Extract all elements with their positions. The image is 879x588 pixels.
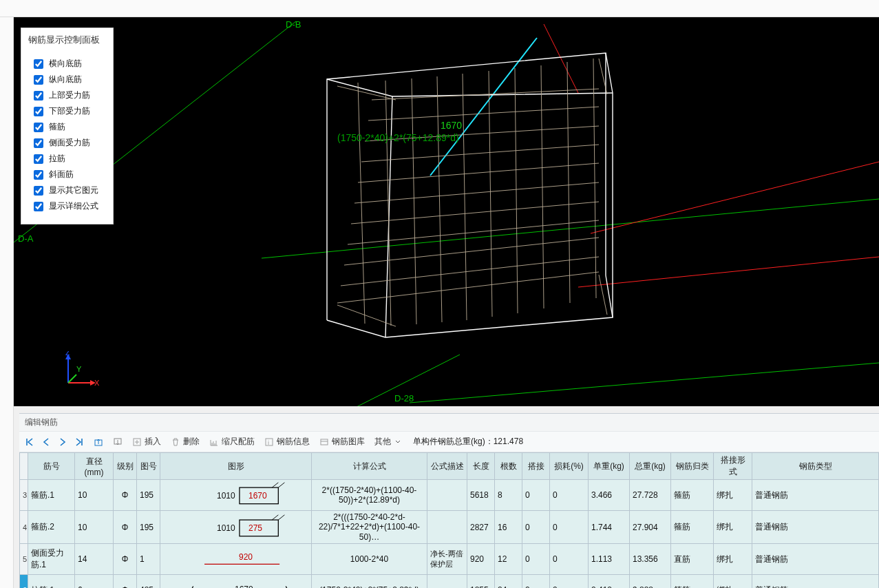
col-class[interactable]: 钢筋归类 bbox=[671, 453, 714, 480]
cell-splice[interactable]: 0 bbox=[522, 511, 550, 544]
display-option-0[interactable]: 横向底筋 bbox=[34, 56, 103, 72]
nav-last-icon[interactable] bbox=[74, 437, 84, 447]
cell-calc[interactable]: 2*((1750-2*40)+(1100-40-50))+2*(12.89*d) bbox=[312, 480, 427, 511]
cell-desc[interactable] bbox=[427, 480, 467, 511]
table-row[interactable]: 6 拉筋.1 6 Φ 485 1670 (1750-2*40)+2*(75+2.… bbox=[20, 575, 879, 588]
cell-uw[interactable]: 1.744 bbox=[589, 511, 630, 544]
table-row[interactable]: 5 侧面受力筋.1 14 Φ 1 920 1000-2*40 净长-两倍保护层 … bbox=[20, 544, 879, 575]
col-cnt[interactable]: 根数 bbox=[495, 453, 522, 480]
cell-dia[interactable]: 10 bbox=[75, 511, 114, 544]
nav-prev-icon[interactable] bbox=[41, 437, 51, 447]
display-option-3[interactable]: 下部受力筋 bbox=[34, 103, 103, 119]
display-checkbox[interactable] bbox=[34, 202, 43, 211]
cell-loss[interactable]: 0 bbox=[550, 544, 589, 575]
cell-len[interactable]: 920 bbox=[467, 544, 495, 575]
col-uw[interactable]: 单重(kg) bbox=[589, 453, 630, 480]
cell-picno[interactable]: 195 bbox=[137, 511, 160, 544]
cell-grade[interactable]: Φ bbox=[114, 511, 137, 544]
display-checkbox[interactable] bbox=[34, 186, 43, 196]
cell-picno[interactable]: 195 bbox=[137, 480, 160, 511]
cell-cnt[interactable]: 8 bbox=[495, 480, 522, 511]
cell-len[interactable]: 1855 bbox=[467, 575, 495, 588]
col-picno[interactable]: 图号 bbox=[137, 453, 160, 480]
display-checkbox[interactable] bbox=[34, 75, 43, 85]
cell-loss[interactable]: 0 bbox=[550, 575, 589, 588]
display-checkbox[interactable] bbox=[34, 91, 43, 101]
display-checkbox[interactable] bbox=[34, 123, 43, 132]
cell-num[interactable]: 侧面受力筋.1 bbox=[28, 544, 75, 575]
cell-shape[interactable]: 1010 275 bbox=[160, 511, 312, 544]
display-checkbox[interactable] bbox=[34, 107, 43, 116]
cell-class[interactable]: 箍筋 bbox=[671, 511, 714, 544]
display-checkbox[interactable] bbox=[34, 138, 43, 148]
other-dropdown[interactable]: 其他 bbox=[374, 436, 401, 448]
insert-button[interactable]: 插入 bbox=[132, 436, 161, 448]
cell-uw[interactable]: 3.466 bbox=[589, 480, 630, 511]
cell-len[interactable]: 5618 bbox=[467, 480, 495, 511]
display-option-9[interactable]: 显示详细公式 bbox=[34, 198, 103, 214]
cell-grade[interactable]: Φ bbox=[114, 480, 137, 511]
cell-shape[interactable]: 1010 1670 bbox=[160, 480, 312, 511]
col-dia[interactable]: 直径(mm) bbox=[75, 453, 114, 480]
3d-viewport[interactable]: D-B D-A D-28 4000 1670 (1750-2*40)+2*(75… bbox=[14, 17, 879, 406]
col-grade[interactable]: 级别 bbox=[114, 453, 137, 480]
cell-dia[interactable]: 14 bbox=[75, 544, 114, 575]
col-tw[interactable]: 总重(kg) bbox=[630, 453, 671, 480]
cell-desc[interactable] bbox=[427, 511, 467, 544]
cell-picno[interactable]: 485 bbox=[137, 575, 160, 588]
col-loss[interactable]: 损耗(%) bbox=[550, 453, 589, 480]
col-shape[interactable]: 图形 bbox=[160, 453, 312, 480]
display-option-2[interactable]: 上部受力筋 bbox=[34, 87, 103, 103]
cell-class[interactable]: 箍筋 bbox=[671, 480, 714, 511]
cell-splice[interactable]: 0 bbox=[522, 575, 550, 588]
cell-tw[interactable]: 9.888 bbox=[630, 575, 671, 588]
col-calc[interactable]: 计算公式 bbox=[312, 453, 427, 480]
cell-picno[interactable]: 1 bbox=[137, 544, 160, 575]
display-checkbox[interactable] bbox=[34, 59, 43, 69]
col-splice[interactable]: 搭接 bbox=[522, 453, 550, 480]
cell-class[interactable]: 直筋 bbox=[671, 544, 714, 575]
scale-button[interactable]: 缩尺配筋 bbox=[209, 436, 255, 448]
info-button[interactable]: i钢筋信息 bbox=[264, 436, 310, 448]
cell-type[interactable]: 普通钢筋 bbox=[752, 511, 879, 544]
cell-cnt[interactable]: 16 bbox=[495, 511, 522, 544]
rebar-display-control-panel[interactable]: 钢筋显示控制面板 横向底筋纵向底筋上部受力筋下部受力筋箍筋侧面受力筋拉筋斜面筋显… bbox=[21, 28, 114, 224]
display-option-6[interactable]: 拉筋 bbox=[34, 151, 103, 167]
col-desc[interactable]: 公式描述 bbox=[427, 453, 467, 480]
cell-uw[interactable]: 0.412 bbox=[589, 575, 630, 588]
display-option-8[interactable]: 显示其它图元 bbox=[34, 182, 103, 198]
nav-next-icon[interactable] bbox=[58, 437, 67, 447]
cell-desc[interactable]: 净长-两倍保护层 bbox=[427, 544, 467, 575]
cell-joint[interactable]: 绑扎 bbox=[714, 511, 752, 544]
display-option-4[interactable]: 箍筋 bbox=[34, 119, 103, 135]
nav-first-icon[interactable] bbox=[25, 437, 34, 447]
cell-tw[interactable]: 27.904 bbox=[630, 511, 671, 544]
cell-type[interactable]: 普通钢筋 bbox=[752, 480, 879, 511]
col-num[interactable]: 筋号 bbox=[28, 453, 75, 480]
display-checkbox[interactable] bbox=[34, 154, 43, 164]
cell-num[interactable]: 箍筋.1 bbox=[28, 480, 75, 511]
table-row[interactable]: 4 箍筋.2 10 Φ 195 1010 275 2*(((1750-2*40-… bbox=[20, 511, 879, 544]
cell-calc[interactable]: 2*(((1750-2*40-2*d-22)/7*1+22+2*d)+(1100… bbox=[312, 511, 427, 544]
cell-splice[interactable]: 0 bbox=[522, 480, 550, 511]
cell-type[interactable]: 普通钢筋 bbox=[752, 544, 879, 575]
cell-calc[interactable]: (1750-2*40)+2*(75+2.89*d) bbox=[312, 575, 427, 588]
cell-desc[interactable] bbox=[427, 575, 467, 588]
cell-num[interactable]: 箍筋.2 bbox=[28, 511, 75, 544]
cell-grade[interactable]: Φ bbox=[114, 575, 137, 588]
table-row[interactable]: 3 箍筋.1 10 Φ 195 1010 1670 2*((1750-2*40)… bbox=[20, 480, 879, 511]
col-joint[interactable]: 搭接形式 bbox=[714, 453, 752, 480]
cell-tw[interactable]: 13.356 bbox=[630, 544, 671, 575]
cell-dia[interactable]: 10 bbox=[75, 480, 114, 511]
delete-button[interactable]: 删除 bbox=[171, 436, 200, 448]
export-up-icon[interactable] bbox=[94, 437, 103, 447]
export-down-icon[interactable] bbox=[113, 437, 123, 447]
cell-joint[interactable]: 绑扎 bbox=[714, 544, 752, 575]
cell-len[interactable]: 2827 bbox=[467, 511, 495, 544]
cell-splice[interactable]: 0 bbox=[522, 544, 550, 575]
cell-dia[interactable]: 6 bbox=[75, 575, 114, 588]
cell-uw[interactable]: 1.113 bbox=[589, 544, 630, 575]
display-option-7[interactable]: 斜面筋 bbox=[34, 167, 103, 182]
cell-loss[interactable]: 0 bbox=[550, 511, 589, 544]
cell-loss[interactable]: 0 bbox=[550, 480, 589, 511]
